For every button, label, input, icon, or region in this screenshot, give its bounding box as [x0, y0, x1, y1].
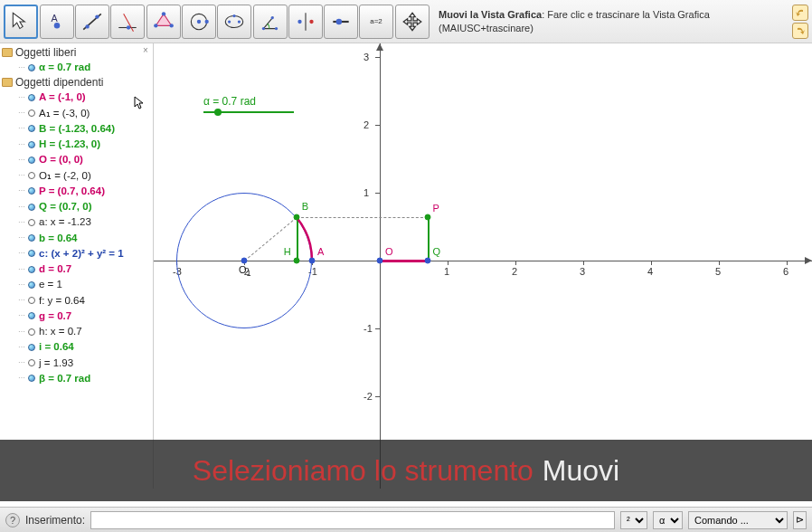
caption-overlay: Selezioniamo lo strumento Muovi: [0, 440, 812, 501]
close-icon[interactable]: ×: [140, 45, 151, 56]
tree-item[interactable]: ⋯e = 1: [2, 277, 151, 292]
tool-move[interactable]: [4, 5, 38, 39]
tree-item[interactable]: ⋯O = (0, 0): [2, 152, 151, 167]
free-objects-folder[interactable]: Oggetti liberi: [2, 45, 151, 60]
svg-point-7: [127, 25, 130, 29]
undo-button[interactable]: [792, 5, 808, 21]
tool-move-view[interactable]: [395, 5, 430, 39]
point-B[interactable]: [293, 214, 299, 221]
folder-icon: [2, 48, 13, 57]
tool-polygon[interactable]: [146, 5, 181, 39]
tool-ellipse[interactable]: [217, 5, 251, 39]
tool-slider[interactable]: [324, 5, 358, 39]
svg-point-1: [54, 23, 61, 29]
redo-button[interactable]: [792, 23, 808, 39]
tree-item[interactable]: ⋯H = (-1.23, 0): [2, 137, 151, 152]
tool-circle[interactable]: [182, 5, 216, 39]
svg-point-10: [170, 24, 174, 27]
svg-point-26: [336, 18, 343, 24]
point-P[interactable]: [424, 214, 430, 221]
dependent-objects-folder[interactable]: Oggetti dipendenti: [2, 75, 151, 90]
command-select[interactable]: Comando ...: [688, 511, 788, 529]
help-icon[interactable]: ?: [5, 513, 20, 527]
svg-point-4: [95, 14, 99, 18]
tree-item[interactable]: ⋯P = (0.7, 0.64): [2, 184, 151, 199]
tree-item[interactable]: ⋯a: x = -1.23: [2, 214, 151, 230]
tree-item[interactable]: ⋯α = 0.7 rad: [2, 60, 151, 75]
tree-item[interactable]: ⋯B = (-1.23, 0.64): [2, 121, 151, 137]
point-A[interactable]: [309, 258, 316, 264]
point-H[interactable]: [293, 258, 299, 264]
tool-angle[interactable]: [253, 5, 288, 39]
svg-point-14: [205, 19, 209, 23]
tree-item[interactable]: ⋯h: x = 0.7: [2, 324, 151, 339]
tree-item[interactable]: ⋯O₁ = (-2, 0): [2, 168, 151, 184]
tree-item[interactable]: ⋯c: (x + 2)² + y² = 1: [2, 246, 151, 261]
svg-point-9: [162, 12, 165, 15]
svg-point-16: [228, 20, 231, 23]
tool-line[interactable]: [75, 5, 109, 39]
tree-item[interactable]: ⋯β = 0.7 rad: [2, 371, 151, 386]
svg-point-21: [271, 16, 274, 19]
svg-point-20: [275, 26, 278, 29]
input-label: Inserimento:: [25, 514, 85, 527]
svg-point-18: [232, 14, 235, 16]
command-input[interactable]: [90, 511, 615, 529]
toolbar: A a=2 Muovi la Vista Grafica: Fare clic …: [0, 0, 812, 43]
svg-point-24: [309, 19, 313, 23]
tree-item[interactable]: ⋯A = (-1, 0): [2, 90, 151, 105]
tree-item[interactable]: ⋯f: y = 0.64: [2, 293, 151, 309]
tree-item[interactable]: ⋯g = 0.7: [2, 309, 151, 324]
svg-text:A: A: [52, 13, 59, 24]
tool-hint: Muovi la Vista Grafica: Fare clic e tras…: [439, 8, 785, 34]
svg-point-17: [238, 20, 241, 23]
algebra-view: × Oggetti liberi ⋯α = 0.7 rad Oggetti di…: [0, 43, 154, 489]
tool-point[interactable]: A: [40, 5, 74, 39]
folder-icon: [2, 78, 13, 87]
svg-point-19: [262, 26, 265, 29]
point-Q[interactable]: [424, 258, 430, 264]
tool-text[interactable]: a=2: [359, 5, 393, 39]
tool-perpendicular[interactable]: [110, 5, 145, 39]
point-O[interactable]: [377, 258, 383, 264]
submit-button[interactable]: ⊳: [793, 511, 807, 529]
svg-point-3: [85, 24, 89, 28]
point-O1[interactable]: [241, 258, 248, 264]
svg-point-13: [197, 19, 201, 23]
tree-item[interactable]: ⋯b = 0.64: [2, 231, 151, 246]
symbol-select-2[interactable]: α: [653, 511, 683, 529]
tree-item[interactable]: ⋯i = 0.64: [2, 339, 151, 355]
symbol-select-1[interactable]: ²: [620, 511, 647, 529]
svg-point-11: [154, 24, 157, 27]
svg-point-23: [297, 19, 301, 23]
tree-item[interactable]: ⋯d = 0.7: [2, 261, 151, 277]
tree-item[interactable]: ⋯A₁ = (-3, 0): [2, 106, 151, 121]
tree-item[interactable]: ⋯Q = (0.7, 0): [2, 199, 151, 214]
graphics-view[interactable]: -3-2-1123456-2-1123α = 0.7 radABHOO1PQ: [154, 43, 812, 489]
tool-reflect[interactable]: [288, 5, 323, 39]
tree-item[interactable]: ⋯j = 1.93: [2, 356, 151, 371]
slider-label: α = 0.7 rad: [203, 95, 256, 108]
input-bar: ? Inserimento: ² α Comando ... ⊳: [0, 507, 812, 532]
slider[interactable]: [203, 111, 294, 113]
